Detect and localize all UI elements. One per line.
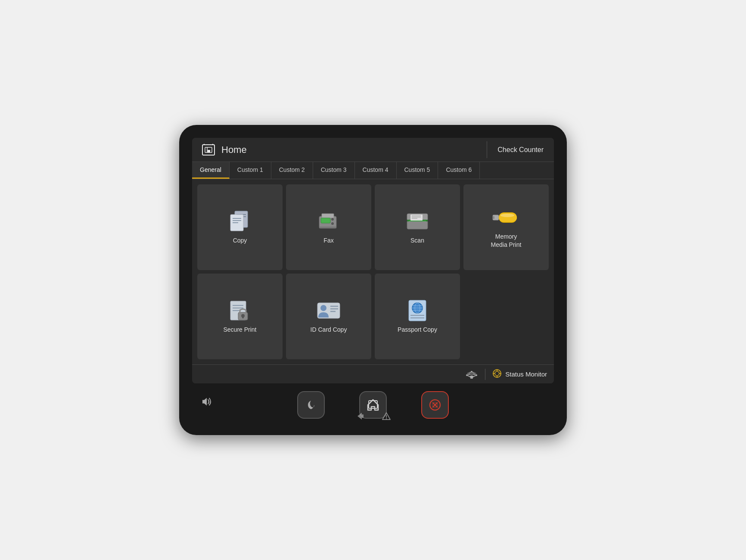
- passport-copy-button[interactable]: Passport Copy: [375, 274, 460, 359]
- scan-label: Scan: [410, 236, 424, 244]
- tab-custom4[interactable]: Custom 4: [355, 162, 397, 179]
- svg-rect-18: [407, 221, 428, 229]
- id-card-copy-button[interactable]: ID Card Copy: [286, 274, 371, 359]
- fax-icon: [315, 210, 342, 233]
- hardware-buttons: [192, 383, 554, 422]
- status-monitor-icon: [492, 369, 502, 380]
- stop-button[interactable]: [421, 391, 449, 419]
- copy-icon: [226, 210, 254, 233]
- bottom-indicators: [355, 412, 391, 422]
- scan-button[interactable]: Scan: [375, 184, 460, 270]
- fax-label: Fax: [323, 236, 333, 244]
- scan-icon: [404, 210, 431, 233]
- secure-print-label: Secure Print: [223, 326, 256, 333]
- svg-point-65: [386, 418, 387, 419]
- svg-rect-37: [242, 316, 244, 318]
- tab-custom6[interactable]: Custom 6: [438, 162, 480, 179]
- copy-button[interactable]: Copy: [197, 184, 283, 270]
- tab-custom1[interactable]: Custom 1: [230, 162, 271, 179]
- svg-point-60: [495, 371, 499, 376]
- svg-rect-13: [322, 214, 334, 218]
- svg-point-39: [320, 305, 326, 311]
- svg-point-15: [331, 218, 334, 221]
- svg-rect-17: [319, 227, 336, 228]
- passport-copy-label: Passport Copy: [398, 326, 437, 333]
- tab-general[interactable]: General: [192, 162, 230, 179]
- sleep-button[interactable]: [297, 391, 325, 419]
- secure-print-button[interactable]: Secure Print: [197, 274, 283, 359]
- speaker-icon: [201, 397, 213, 409]
- grid-row-1: Copy: [197, 184, 549, 270]
- id-card-icon: [315, 299, 342, 322]
- svg-rect-63: [362, 414, 364, 418]
- network-icon: [465, 369, 478, 380]
- grid-row-2: Secure Print: [197, 274, 549, 359]
- log-icon: [355, 412, 364, 422]
- svg-point-16: [331, 222, 334, 225]
- header-left: Home: [192, 138, 487, 162]
- page-title: Home: [221, 144, 247, 156]
- svg-rect-61: [369, 401, 377, 408]
- passport-icon: [404, 299, 431, 322]
- usb-icon: [492, 206, 520, 229]
- svg-rect-3: [208, 150, 210, 152]
- status-bar: Status Monitor: [192, 364, 554, 383]
- svg-rect-22: [410, 215, 423, 221]
- check-counter-button[interactable]: Check Counter: [487, 138, 554, 162]
- svg-rect-14: [321, 218, 330, 223]
- warning-icon: [382, 412, 391, 422]
- svg-point-58: [471, 377, 472, 379]
- tab-custom3[interactable]: Custom 3: [313, 162, 355, 179]
- svg-rect-21: [409, 221, 426, 221]
- header: Home Check Counter: [192, 138, 554, 162]
- memory-media-print-button[interactable]: MemoryMedia Print: [463, 184, 549, 270]
- screen: Home Check Counter General Custom 1 Cust…: [192, 138, 554, 383]
- fax-button[interactable]: Fax: [286, 184, 371, 270]
- svg-rect-27: [493, 216, 494, 219]
- svg-point-30: [500, 214, 514, 217]
- home-icon: [201, 142, 216, 158]
- status-monitor-button[interactable]: Status Monitor: [485, 369, 547, 380]
- device-frame: Home Check Counter General Custom 1 Cust…: [179, 125, 567, 435]
- tabs-bar: General Custom 1 Custom 2 Custom 3 Custo…: [192, 162, 554, 179]
- secure-print-icon: [226, 299, 254, 322]
- check-counter-label: Check Counter: [497, 146, 544, 154]
- copy-label: Copy: [233, 236, 247, 244]
- app-grid: Copy: [192, 179, 554, 364]
- status-monitor-label: Status Monitor: [505, 370, 547, 378]
- id-card-copy-label: ID Card Copy: [311, 326, 347, 333]
- tab-custom2[interactable]: Custom 2: [271, 162, 313, 179]
- memory-media-print-label: MemoryMedia Print: [491, 233, 522, 248]
- tab-custom5[interactable]: Custom 5: [397, 162, 438, 179]
- empty-cell: [463, 274, 549, 359]
